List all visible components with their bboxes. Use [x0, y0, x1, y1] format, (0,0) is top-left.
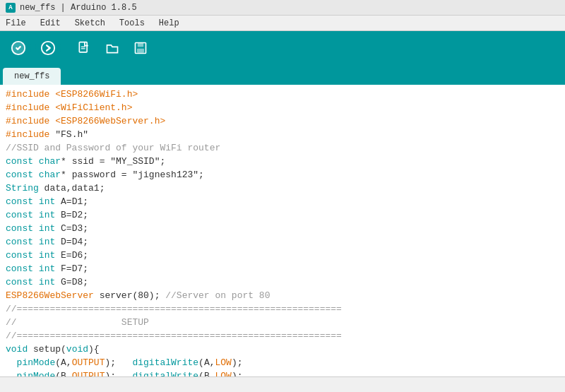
code-line: // SETUP [0, 316, 565, 329]
code-line: #include "FS.h" [0, 128, 565, 141]
menu-sketch[interactable]: Sketch [72, 17, 108, 30]
menu-edit[interactable]: Edit [37, 17, 64, 30]
code-line: const int B=D2; [0, 208, 565, 222]
window-title: new_ffs | Arduino 1.8.5 [20, 3, 137, 13]
svg-rect-7 [138, 43, 143, 47]
menu-tools[interactable]: Tools [117, 17, 148, 30]
code-line: //======================================… [0, 302, 565, 316]
code-line: //SSID and Password of your WiFi router [0, 141, 565, 155]
code-line: const int A=D1; [0, 195, 565, 208]
new-button[interactable] [72, 36, 96, 60]
code-line: #include <WiFiClient.h> [0, 101, 565, 114]
tab-label: new_ffs [14, 71, 49, 81]
code-line: const char* password = "jignesh123"; [0, 168, 565, 182]
code-line: const int D=D4; [0, 235, 565, 249]
code-line: const char* ssid = "MY_SSID"; [0, 155, 565, 168]
svg-rect-8 [137, 49, 144, 53]
code-line: String data,data1; [0, 182, 565, 195]
open-icon [105, 41, 119, 55]
upload-icon [40, 40, 56, 56]
title-bar: A new_ffs | Arduino 1.8.5 [0, 0, 565, 16]
code-line: ESP8266WebServer server(80); //Server on… [0, 289, 565, 302]
code-line: pinMode(A,OUTPUT); digitalWrite(A,LOW); [0, 356, 565, 369]
menu-help[interactable]: Help [156, 17, 182, 30]
code-line: pinMode(B,OUTPUT); digitalWrite(B,LOW); [0, 369, 565, 376]
save-button[interactable] [129, 36, 153, 60]
code-line: #include <ESP8266WiFi.h> [0, 88, 565, 101]
status-bar [0, 376, 565, 392]
code-line: const int E=D6; [0, 249, 565, 262]
code-editor[interactable]: #include <ESP8266WiFi.h> #include <WiFiC… [0, 85, 565, 376]
code-line: const int F=D7; [0, 262, 565, 275]
menu-bar: File Edit Sketch Tools Help [0, 16, 565, 31]
save-icon [133, 41, 148, 55]
code-line: const int G=D8; [0, 275, 565, 289]
code-line: //======================================… [0, 329, 565, 343]
code-line: void setup(void){ [0, 343, 565, 356]
verify-button[interactable] [6, 35, 31, 61]
menu-file[interactable]: File [3, 17, 29, 30]
toolbar [0, 31, 565, 65]
tab-bar: new_ffs [0, 65, 565, 85]
app-icon: A [6, 3, 16, 13]
open-button[interactable] [100, 36, 124, 60]
code-line: #include <ESP8266WebServer.h> [0, 114, 565, 128]
code-line: const int C=D3; [0, 222, 565, 235]
svg-point-2 [42, 42, 54, 54]
tab-new-ffs[interactable]: new_ffs [3, 68, 61, 85]
upload-button[interactable] [35, 35, 61, 61]
verify-icon [11, 40, 26, 56]
new-icon [77, 41, 91, 55]
